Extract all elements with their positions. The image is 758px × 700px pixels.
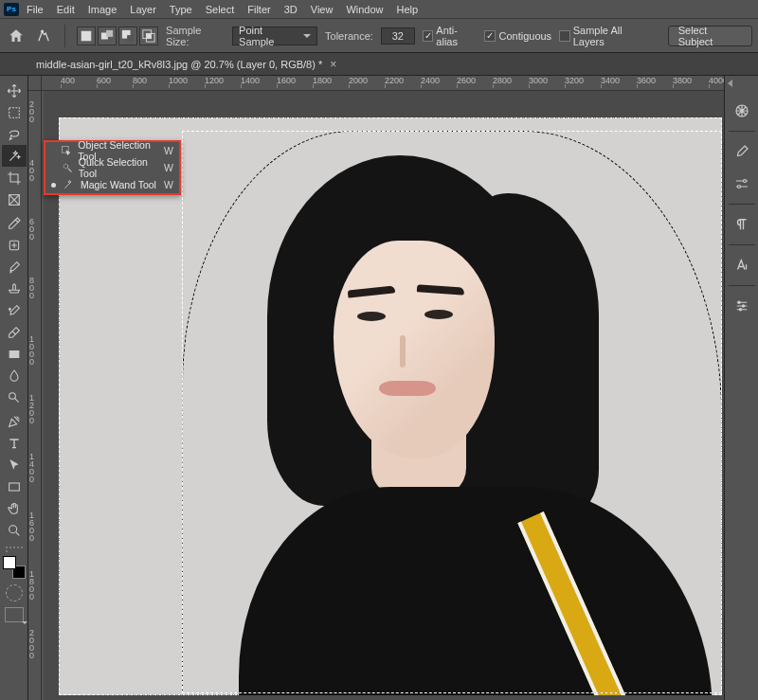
svg-point-23 (63, 164, 68, 169)
clone-stamp-tool-icon[interactable] (2, 278, 27, 299)
swatches-panel-icon[interactable] (730, 139, 754, 164)
expand-panels-icon[interactable] (728, 80, 732, 87)
right-panel-collapsed (724, 76, 758, 700)
flyout-item-label: Magic Wand Tool (81, 179, 156, 190)
path-selection-tool-icon[interactable] (2, 454, 27, 476)
chevron-down-icon (303, 34, 311, 38)
properties-panel-icon[interactable] (730, 294, 754, 318)
document-canvas[interactable] (59, 117, 722, 695)
paragraph-panel-icon[interactable] (730, 212, 754, 237)
crop-tool-icon[interactable] (2, 167, 27, 188)
ruler-tick: 1600 (277, 76, 296, 85)
selection-new-icon[interactable] (77, 27, 96, 45)
flyout-quick-selection-tool[interactable]: Quick Selection Tool W (45, 159, 179, 176)
ruler-tick: 3800 (673, 76, 692, 85)
anti-alias-checkbox[interactable]: Anti-alias (423, 25, 478, 47)
quick-mask-icon[interactable] (6, 584, 23, 601)
ruler-tick: 1200 (29, 394, 34, 424)
menu-type[interactable]: Type (170, 4, 192, 15)
document-tab-title: middle-asian-girl_t20_kRv8I3.jpg @ 20.7%… (36, 59, 322, 70)
menu-file[interactable]: File (27, 4, 44, 15)
sample-size-value: Point Sample (239, 25, 298, 47)
sample-all-layers-checkbox[interactable]: Sample All Layers (559, 25, 653, 47)
tolerance-input[interactable] (381, 27, 415, 45)
ruler-tick: 800 (29, 277, 34, 299)
svg-point-17 (743, 180, 746, 183)
eraser-tool-icon[interactable] (2, 321, 27, 343)
selection-subtract-icon[interactable] (118, 27, 137, 45)
current-tool-icon[interactable] (33, 26, 53, 46)
flyout-shortcut: W (164, 145, 173, 156)
menu-bar: Ps File Edit Image Layer Type Select Fil… (0, 0, 758, 19)
character-panel-icon[interactable] (730, 253, 754, 278)
close-tab-icon[interactable]: × (330, 58, 336, 71)
adjustments-panel-icon[interactable] (730, 171, 754, 196)
contiguous-checkbox[interactable]: Contiguous (484, 30, 551, 42)
svg-point-21 (739, 309, 741, 311)
sample-size-dropdown[interactable]: Point Sample (232, 27, 317, 45)
select-subject-button[interactable]: Select Subject (668, 26, 752, 46)
marquee-tool-icon[interactable] (2, 101, 27, 123)
menu-3d[interactable]: 3D (284, 4, 298, 15)
ruler-tick: 1000 (169, 76, 188, 85)
ruler-vertical[interactable]: 200400600800100012001400160018002000 (28, 91, 42, 700)
magic-wand-tool-icon[interactable] (2, 145, 27, 167)
pen-tool-icon[interactable] (2, 410, 27, 432)
quick-selection-icon (61, 161, 72, 174)
brush-tool-icon[interactable] (2, 256, 27, 278)
selection-intersect-icon[interactable] (139, 27, 158, 45)
menu-view[interactable]: View (311, 4, 334, 15)
ruler-tick: 3600 (637, 76, 656, 85)
rectangle-tool-icon[interactable] (2, 476, 27, 497)
svg-rect-8 (9, 107, 19, 117)
magic-wand-icon (62, 178, 75, 191)
move-tool-icon[interactable] (2, 80, 27, 101)
menu-layer[interactable]: Layer (130, 4, 156, 15)
svg-rect-11 (9, 350, 19, 358)
menu-filter[interactable]: Filter (247, 4, 270, 15)
menu-image[interactable]: Image (88, 4, 117, 15)
ruler-tick: 4000 (709, 76, 724, 85)
ruler-horizontal[interactable]: 4006008001000120014001600180020002200240… (28, 76, 724, 91)
document-tab[interactable]: middle-asian-girl_t20_kRv8I3.jpg @ 20.7%… (36, 58, 336, 71)
lasso-tool-icon[interactable] (2, 123, 27, 145)
checkbox-icon (559, 30, 570, 42)
dodge-tool-icon[interactable] (2, 386, 27, 408)
menu-edit[interactable]: Edit (57, 4, 75, 15)
app-logo: Ps (4, 3, 19, 16)
healing-brush-tool-icon[interactable] (2, 234, 27, 256)
frame-tool-icon[interactable] (2, 188, 27, 210)
ruler-tick: 400 (61, 76, 75, 85)
flyout-shortcut: W (164, 162, 173, 173)
blur-tool-icon[interactable] (2, 365, 27, 386)
ruler-tick: 2400 (421, 76, 440, 85)
selection-add-icon[interactable] (98, 27, 117, 45)
ruler-tick: 3400 (601, 76, 620, 85)
type-tool-icon[interactable] (2, 432, 27, 454)
flyout-shortcut: W (164, 179, 173, 190)
color-swatches[interactable] (3, 556, 26, 579)
ruler-tick: 800 (133, 76, 147, 85)
ruler-tick: 1200 (205, 76, 224, 85)
zoom-tool-icon[interactable] (2, 519, 27, 541)
edit-toolbar-icon[interactable] (6, 547, 23, 552)
ruler-tick: 1400 (29, 453, 34, 483)
menu-window[interactable]: Window (346, 4, 383, 15)
eyedropper-tool-icon[interactable] (2, 212, 27, 234)
menu-select[interactable]: Select (206, 4, 235, 15)
ruler-tick: 2000 (349, 76, 368, 85)
options-bar: Sample Size: Point Sample Tolerance: Ant… (0, 19, 758, 53)
screen-mode-icon[interactable] (5, 607, 24, 622)
home-icon[interactable] (6, 26, 26, 46)
tolerance-label: Tolerance: (325, 30, 373, 42)
history-brush-tool-icon[interactable] (2, 299, 27, 321)
hand-tool-icon[interactable] (2, 497, 27, 519)
foreground-color-swatch[interactable] (3, 556, 16, 569)
sample-all-label: Sample All Layers (573, 25, 653, 47)
menu-help[interactable]: Help (397, 4, 419, 15)
flyout-magic-wand-tool[interactable]: Magic Wand Tool W (45, 176, 179, 193)
gradient-tool-icon[interactable] (2, 343, 27, 365)
color-panel-icon[interactable] (730, 99, 754, 123)
svg-point-15 (9, 525, 16, 532)
tool-flyout-menu: Object Selection Tool W Quick Selection … (44, 140, 181, 195)
